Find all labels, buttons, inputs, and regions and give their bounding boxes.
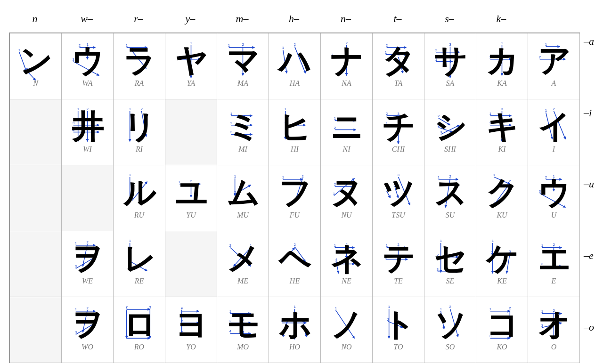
romaji-label: MO	[237, 343, 249, 351]
cell-r4-c6: 1ノNO	[321, 297, 373, 363]
cell-r1-c5: 12ヒHI	[269, 99, 321, 165]
cell-r4-c2: 1234ロRO	[114, 297, 165, 363]
kana-character: メ	[227, 243, 260, 275]
row-label-2: –u	[584, 151, 594, 217]
kana-character: ミ	[227, 111, 260, 143]
romaji-label: WO	[81, 343, 93, 351]
cell-r3-c0	[10, 231, 62, 297]
romaji-label: KI	[498, 145, 506, 154]
romaji-label: HO	[289, 343, 300, 351]
cell-r4-c5: 1234ホHO	[269, 297, 321, 363]
cell-r4-c8: 12ソSO	[424, 297, 476, 363]
cell-r2-c0	[10, 165, 62, 231]
cell-r2-c3: 12ユYU	[165, 165, 217, 231]
cell-r3-c1: 123ヲWE	[62, 231, 114, 297]
row-label-4: –o	[584, 294, 594, 360]
kana-character: コ	[486, 309, 519, 341]
col-header-9: k–	[475, 6, 527, 32]
cell-r2-c6: 21ヌNU	[321, 165, 373, 231]
kana-character: ヌ	[330, 177, 363, 209]
kana-character: ム	[227, 177, 260, 209]
row-label-3: –e	[584, 223, 594, 289]
romaji-label: NO	[341, 343, 351, 351]
cell-r1-c9: 123キKI	[476, 99, 528, 165]
cell-r1-c1: 1234井WI	[62, 99, 114, 165]
romaji-label: U	[551, 211, 557, 219]
cell-r4-c3: 1234ヨYO	[165, 297, 217, 363]
col-header-0: n	[9, 6, 61, 32]
cell-r1-c0	[10, 99, 62, 165]
cell-r4-c0	[10, 297, 62, 363]
cell-r2-c5: 12フFU	[269, 165, 321, 231]
kana-character: ス	[434, 177, 467, 209]
kana-character: ヲ	[71, 309, 104, 341]
cell-r2-c7: 123ツTSU	[373, 165, 424, 231]
row-label-0: –a	[584, 8, 594, 74]
romaji-label: NI	[343, 145, 350, 154]
kana-character: オ	[538, 309, 570, 341]
romaji-label: CHI	[392, 145, 405, 154]
kana-character: ト	[382, 309, 415, 341]
col-header-1: w–	[61, 6, 113, 32]
cell-r0-c10: 12アA	[528, 33, 580, 99]
romaji-label: RE	[135, 277, 144, 285]
romaji-label: N	[33, 79, 38, 88]
kana-character: モ	[227, 309, 260, 341]
cell-r0-c5: 12ハHA	[269, 33, 321, 99]
romaji-label: TO	[393, 343, 403, 351]
romaji-label: SE	[446, 277, 455, 285]
romaji-label: SO	[446, 343, 455, 351]
kana-character: リ	[123, 111, 156, 143]
romaji-label: WE	[82, 277, 93, 285]
romaji-label: MI	[238, 145, 247, 154]
romaji-label: RI	[136, 145, 143, 154]
kana-character: ヘ	[278, 243, 311, 275]
romaji-label: TSU	[391, 211, 405, 219]
romaji-label: YO	[186, 343, 196, 351]
kana-character: ア	[538, 45, 570, 77]
romaji-label: KO	[497, 343, 507, 351]
romaji-label: TE	[394, 277, 403, 285]
romaji-label: O	[551, 343, 557, 351]
romaji-label: SA	[446, 79, 455, 88]
col-headers: nw–r–y–m–h–n–t–s–k–	[9, 6, 580, 32]
kana-character: ニ	[330, 111, 363, 143]
cell-r4-c9: 123コKO	[476, 297, 528, 363]
col-header-2: r–	[113, 6, 164, 32]
kana-character: レ	[123, 243, 156, 275]
cell-r3-c10: 123エE	[528, 231, 580, 297]
cell-r2-c1	[62, 165, 114, 231]
kana-character: ソ	[434, 309, 467, 341]
cell-r3-c5: 12ヘHE	[269, 231, 321, 297]
cell-r4-c4: 1234モMO	[217, 297, 269, 363]
row-labels: –a–i–u–e–o	[580, 6, 594, 363]
kana-character: ヒ	[278, 111, 311, 143]
romaji-label: HE	[290, 277, 300, 285]
main-grid: 12ンN213ウWA12ラRA123ヤYA12マMA12ハHA12ナNA213タ…	[9, 32, 580, 363]
cell-r3-c9: 123ケKE	[476, 231, 528, 297]
romaji-label: ME	[237, 277, 248, 285]
kana-character: セ	[434, 243, 467, 275]
cell-r1-c7: 213チCHI	[373, 99, 424, 165]
row-label-1: –i	[584, 80, 592, 146]
kana-character: シ	[434, 111, 467, 143]
romaji-label: NU	[341, 211, 351, 219]
col-header-6: n–	[320, 6, 372, 32]
kana-character: キ	[486, 111, 519, 143]
col-header-8: s–	[424, 6, 475, 32]
kana-character: ツ	[382, 177, 415, 209]
kana-character: ホ	[278, 309, 311, 341]
kana-character: ル	[123, 177, 156, 209]
table-wrapper: nw–r–y–m–h–n–t–s–k– 12ンN213ウWA12ラRA123ヤY…	[9, 6, 594, 363]
kana-character: ラ	[123, 45, 156, 77]
katakana-chart: nw–r–y–m–h–n–t–s–k– 12ンN213ウWA12ラRA123ヤY…	[2, 5, 601, 363]
kana-character: ロ	[123, 309, 156, 341]
kana-character: ヨ	[175, 309, 208, 341]
kana-character: イ	[538, 111, 570, 143]
romaji-label: YA	[187, 79, 196, 88]
cell-r0-c3: 123ヤYA	[165, 33, 217, 99]
cell-r4-c7: 12トTO	[373, 297, 424, 363]
romaji-label: HA	[290, 79, 300, 88]
cell-r2-c8: 12スSU	[424, 165, 476, 231]
kana-character: テ	[382, 243, 415, 275]
